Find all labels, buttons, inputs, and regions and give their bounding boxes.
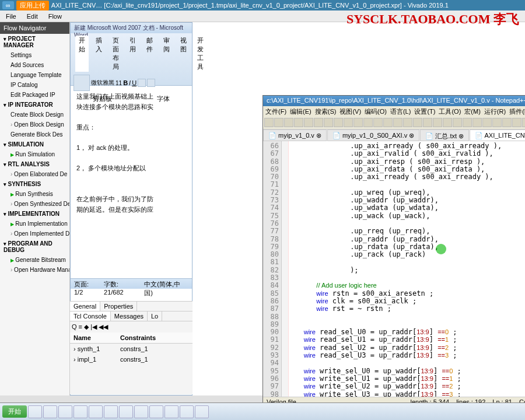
npp-menu-item[interactable]: 编辑(E) — [290, 107, 312, 116]
menu-flow[interactable]: Flow — [48, 13, 62, 20]
nav-item[interactable]: Settings — [0, 50, 69, 60]
toolbar-icon[interactable] — [482, 118, 492, 127]
taskbar-item[interactable] — [28, 405, 42, 418]
taskbar-item[interactable] — [180, 405, 194, 418]
tab-log[interactable]: Lo — [148, 312, 162, 321]
word-tab[interactable]: 审阅 — [160, 36, 173, 72]
taskbar-item[interactable] — [119, 405, 133, 418]
taskbar-item[interactable] — [74, 405, 88, 418]
taskbar-item[interactable] — [58, 405, 72, 418]
editor-tab[interactable]: 📄 AXI_LITE_CNV_v1_0.v ⊗ — [470, 130, 525, 141]
nav-group[interactable]: SYNTHESIS — [0, 179, 69, 189]
npp-menu-item[interactable]: 宏(M) — [464, 107, 481, 116]
toolbar-icon[interactable] — [492, 118, 502, 127]
nav-item[interactable]: Open Elaborated De — [0, 169, 69, 179]
npp-editor[interactable]: 66 67 68 69 70 71 72 73 74 75 76 77 78 7… — [263, 141, 525, 397]
tab-properties[interactable]: Properties — [100, 302, 137, 311]
nav-item[interactable]: Generate Bitstream — [0, 255, 69, 265]
word-document-body[interactable]: 这里我们在上面视频基础上块连接多个模块的思路和实 重点： 1， 对 ack 的处… — [71, 86, 192, 278]
nav-group[interactable]: PROJECT MANAGER — [0, 34, 69, 50]
taskbar-item[interactable] — [195, 405, 209, 418]
toolbar-icon[interactable] — [423, 118, 432, 127]
toolbar-icon[interactable] — [383, 118, 393, 127]
taskbar-item[interactable] — [104, 405, 118, 418]
editor-tab[interactable]: 📄 汇总.txt ⊗ — [420, 130, 469, 141]
font-name[interactable]: 微软雅黑 — [91, 79, 114, 87]
npp-menu-item[interactable]: 视图(V) — [340, 107, 361, 116]
taskbar-item[interactable] — [43, 405, 57, 418]
taskbar-item[interactable] — [134, 405, 148, 418]
toolbar-icon[interactable] — [522, 118, 525, 127]
toolbar-icon[interactable] — [453, 118, 462, 127]
npp-menu-item[interactable]: 工具(O) — [439, 107, 461, 116]
font-size[interactable]: 11 — [116, 80, 122, 86]
editor-tab[interactable]: 📄 myip_v1_0_S00_AXI.v ⊗ — [327, 130, 419, 141]
word-tab[interactable]: 邮件 — [143, 36, 156, 72]
nav-item[interactable]: Run Implementation — [0, 219, 69, 229]
nav-item[interactable]: Add Sources — [0, 60, 69, 70]
menu-file[interactable]: File — [6, 13, 16, 20]
taskbar-item[interactable] — [89, 405, 103, 418]
word-tab[interactable]: 插入 — [92, 36, 106, 72]
toolbar-icon[interactable] — [334, 118, 343, 127]
search-icon[interactable]: Q — [72, 323, 77, 330]
italic-icon[interactable]: I — [129, 79, 131, 86]
toolbar-icon[interactable] — [314, 118, 323, 127]
nav-item[interactable]: Open Hardware Manager — [0, 265, 69, 275]
nav-item[interactable]: IP Catalog — [0, 80, 69, 90]
toolbar-icon[interactable] — [393, 118, 402, 127]
toolbar-icon[interactable] — [304, 118, 313, 127]
toolbar-icon[interactable] — [373, 118, 383, 127]
paste-icon[interactable] — [74, 75, 90, 91]
toolbar-icon[interactable] — [433, 118, 442, 127]
menu-edit[interactable]: Edit — [27, 13, 38, 20]
word-tab[interactable]: 页面布局 — [109, 36, 123, 72]
list-icon[interactable] — [138, 79, 146, 87]
tab-general[interactable]: General — [70, 302, 100, 311]
nav-item[interactable]: Run Synthesis — [0, 189, 69, 199]
tab-tcl[interactable]: Tcl Console — [70, 312, 111, 321]
toolbar-icon[interactable] — [473, 118, 482, 127]
nav-item[interactable]: Open Implemented Design — [0, 229, 69, 239]
word-tab[interactable]: 开发工具 — [194, 36, 207, 72]
npp-menu-item[interactable]: 插件(P) — [509, 107, 525, 116]
nav-item[interactable]: Edit Packaged IP — [0, 90, 69, 100]
npp-menu-item[interactable]: 文件(F) — [265, 107, 286, 116]
toolbar-icon[interactable] — [502, 118, 512, 127]
editor-tab[interactable]: 📄 myip_v1_0.v ⊗ — [263, 130, 327, 141]
tb-button-2[interactable]: 应用上传 — [16, 1, 49, 10]
word-tab[interactable]: 开始 — [75, 36, 89, 72]
start-button[interactable]: 开始 — [2, 405, 27, 418]
toolbar-icon[interactable] — [274, 118, 284, 127]
toolbar-icon[interactable] — [324, 118, 333, 127]
tab-messages[interactable]: Messages — [111, 312, 148, 321]
tb-button-1[interactable]: ∞ — [2, 1, 14, 9]
toolbar-icon[interactable] — [512, 118, 522, 127]
taskbar-item[interactable] — [164, 405, 178, 418]
toolbar-icon[interactable] — [413, 118, 422, 127]
npp-menu-item[interactable]: 运行(R) — [484, 107, 506, 116]
npp-menu-item[interactable]: 搜索(S) — [315, 107, 337, 116]
nav-group[interactable]: PROGRAM AND DEBUG — [0, 239, 69, 255]
bold-icon[interactable]: B — [123, 79, 128, 86]
nav-item[interactable]: Generate Block Des — [0, 130, 69, 139]
toolbar-icon[interactable] — [463, 118, 472, 127]
toolbar-icon[interactable] — [363, 118, 373, 127]
nav-item[interactable]: Language Template — [0, 70, 69, 80]
table-row[interactable]: › synth_1constrs_1 — [70, 344, 192, 354]
toolbar-icon[interactable] — [284, 118, 293, 127]
npp-menu-item[interactable]: 编码(O) — [365, 107, 387, 116]
taskbar-item[interactable] — [149, 405, 163, 418]
npp-menu-item[interactable]: 语言(L) — [390, 107, 411, 116]
nav-group[interactable]: SIMULATION — [0, 139, 69, 149]
table-row[interactable]: › impl_1constrs_1 — [70, 354, 192, 365]
nav-item[interactable]: Open Synthesized De — [0, 199, 69, 209]
nav-item[interactable]: Open Block Design — [0, 120, 69, 130]
nav-group[interactable]: IMPLEMENTATION — [0, 209, 69, 219]
toolbar-icon[interactable] — [443, 118, 452, 127]
align-icon[interactable] — [147, 79, 155, 87]
nav-group[interactable]: IP INTEGRATOR — [0, 100, 69, 110]
word-tab[interactable]: 引用 — [126, 36, 139, 72]
nav-group[interactable]: RTL ANALYSIS — [0, 159, 69, 169]
toolbar-icon[interactable] — [264, 118, 274, 127]
